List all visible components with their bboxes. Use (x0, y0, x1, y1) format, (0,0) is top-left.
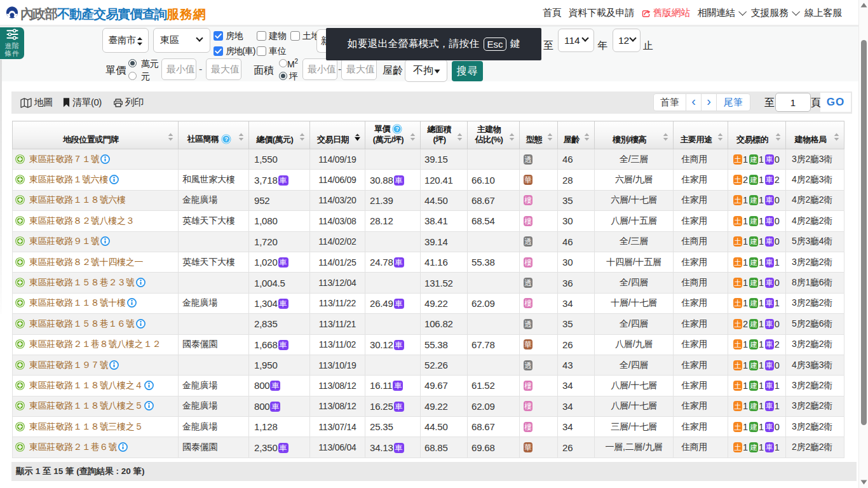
svg-text:?: ? (224, 135, 228, 142)
svg-text:?: ? (395, 125, 399, 132)
